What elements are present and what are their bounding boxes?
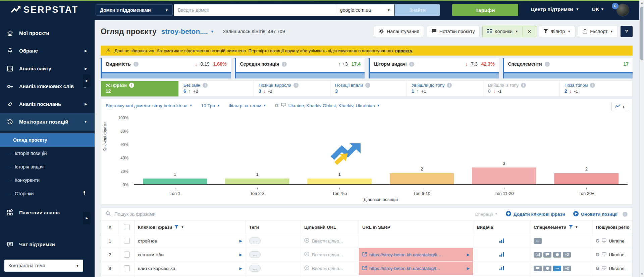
search-engine-dropdown[interactable]: google.com.ua ▼	[336, 4, 394, 16]
scroll-up-arrow[interactable]: ▲	[640, 1, 644, 4]
sidebar-subitem-pages[interactable]: · Сторінки	[0, 187, 95, 200]
plans-button[interactable]: Тарифи	[452, 4, 518, 16]
image-element-chip[interactable]	[534, 252, 542, 258]
scroll-down-arrow[interactable]: ▼	[640, 273, 644, 276]
tab-no-changes[interactable]: Без змінi 6↑+2	[179, 81, 254, 96]
chevron-down-icon[interactable]: ▼	[211, 29, 214, 33]
target-url-placeholder[interactable]: Ввести цільо...	[304, 238, 343, 244]
filter-button[interactable]: Фільтр ▼	[539, 26, 575, 37]
vertical-scrollbar[interactable]: ▲ ▼	[639, 0, 644, 277]
plus-2-badge[interactable]: +2	[563, 266, 571, 271]
scrollbar-thumb[interactable]	[640, 7, 643, 60]
region-dropdown[interactable]: Ukraine, Kharkiv Oblast, Kharkiv, Ukrain…	[288, 103, 380, 108]
chevron-down-icon[interactable]: ▼	[181, 225, 184, 229]
tab-all-phrases[interactable]: Усі фразиi 12	[101, 81, 179, 96]
tab-positions-down[interactable]: Позиції впалиi 3	[330, 81, 407, 96]
find-button[interactable]: Знайти	[395, 4, 440, 16]
target-url-placeholder[interactable]: Ввести цільо...	[304, 252, 343, 258]
sidebar-item-link-analysis[interactable]: Аналіз посилань ▶	[0, 95, 95, 113]
sidebar-subitem-project-overview[interactable]: Огляд проєкту	[0, 133, 95, 147]
serp-url-link[interactable]: https://stroy-beton.kh.ua/catalog/t...	[369, 266, 440, 271]
sidebar-subitem-competitors[interactable]: · Конкуренти	[0, 174, 95, 187]
sidebar-subitem-serp-history[interactable]: · Історія видачі	[0, 160, 95, 174]
serp-url-link[interactable]: https://stroy-beton.kh.ua/catalog/k...	[369, 252, 441, 257]
row-checkbox[interactable]	[124, 238, 130, 244]
tab-entered-top[interactable]: Увійшли до топуi 1↑+1	[407, 81, 483, 96]
comment-element-chip[interactable]	[543, 252, 551, 258]
tracked-domains-dropdown[interactable]: Відстежувані домени: stroy-beton.kh.ua ▼	[106, 103, 193, 108]
sidebar-collapse-handle-2[interactable]: ▶	[83, 212, 91, 224]
target-url-placeholder[interactable]: Ввести цільо...	[304, 265, 343, 271]
metric-card-avg-position[interactable]: Середня позиція i ↑ +3 17.4	[235, 58, 365, 78]
external-link-icon[interactable]	[362, 252, 367, 258]
help-button[interactable]: ?	[621, 26, 633, 37]
comment-element-chip[interactable]	[534, 266, 542, 271]
expand-phrase-icon[interactable]: ▶	[239, 266, 242, 271]
shield-element-chip[interactable]	[543, 266, 551, 271]
info-icon[interactable]: i	[545, 62, 550, 67]
pin-icon[interactable]	[82, 191, 87, 197]
tab-left-top[interactable]: Вийшли із топуi 0↓-1	[483, 81, 560, 96]
sidebar-item-batch-analysis[interactable]: Пакетний аналіз ▶	[0, 204, 95, 221]
more-elements-chip[interactable]: ⋯	[534, 238, 542, 244]
tab-positions-up[interactable]: Позиції вирослиi 3↓-2	[254, 81, 330, 96]
theme-select[interactable]: Контрастна тема ▼	[4, 260, 83, 272]
columns-button[interactable]: Колонки ▼	[482, 26, 523, 37]
serp-cell[interactable]	[473, 248, 530, 261]
sidebar-subitem-position-history[interactable]: · Історія позицій	[0, 147, 95, 160]
region-cell[interactable]: G Ukraine,	[592, 234, 632, 248]
funnel-icon[interactable]	[569, 225, 573, 230]
chevron-down-icon[interactable]: ▼	[575, 225, 578, 229]
project-settings-link[interactable]: проєкту	[395, 48, 412, 53]
phrase-search-input[interactable]	[114, 211, 256, 217]
project-notes-button[interactable]: Нотатки проєкту	[427, 26, 480, 37]
external-link-icon[interactable]	[362, 266, 367, 271]
close-columns-button[interactable]: ✕	[523, 26, 536, 37]
row-checkbox[interactable]	[124, 265, 130, 271]
sidebar-item-support-chat[interactable]: Чат підтримки	[0, 235, 95, 253]
domain-search-input[interactable]	[174, 4, 336, 16]
tab-out-of-top[interactable]: Поза топомi 2↓-1	[560, 81, 632, 96]
sidebar-item-keyword-analysis[interactable]: Аналіз ключових слів ▶	[0, 77, 95, 95]
metric-card-visibility[interactable]: Видимість i ↓ -0.19 1.66%	[101, 58, 231, 78]
metric-card-special-elements[interactable]: Спецелементи i 17	[503, 58, 633, 78]
tags-more-pill[interactable]: ...	[249, 265, 261, 272]
chart-collapse-toggle[interactable]: ▲	[611, 102, 628, 111]
operations-dropdown[interactable]: Операції ▼	[475, 212, 498, 217]
support-center-menu[interactable]: Центр підтримки ▼	[531, 6, 579, 12]
info-icon[interactable]: i	[133, 62, 139, 67]
row-checkbox[interactable]	[124, 252, 130, 258]
info-icon[interactable]: i	[282, 62, 287, 67]
export-button[interactable]: Експорт ▼	[578, 26, 618, 37]
tags-more-pill[interactable]: ...	[249, 251, 261, 258]
expand-phrase-icon[interactable]: ▶	[239, 239, 242, 243]
sidebar-item-site-analysis[interactable]: Аналіз сайту ▶	[0, 60, 95, 77]
info-icon[interactable]: i	[409, 62, 414, 67]
expand-url-icon[interactable]: ▶	[467, 266, 470, 271]
sidebar-item-favorites[interactable]: Обране ▶	[0, 42, 95, 60]
date-dropdown[interactable]: 10 Тра ▼	[201, 103, 220, 108]
select-all-checkbox[interactable]	[124, 224, 130, 230]
funnel-icon[interactable]	[174, 225, 178, 230]
plus-2-badge[interactable]: +2	[563, 252, 571, 258]
metric-card-serp-storm[interactable]: Шторм видачі i ↓ -7.3 42.3%	[369, 58, 499, 78]
domain-type-dropdown[interactable]: Домен з піддоменами ▼	[96, 4, 173, 16]
shield-element-chip[interactable]	[553, 252, 561, 258]
tags-more-pill[interactable]: ...	[249, 237, 261, 244]
language-menu[interactable]: UK ▼	[592, 6, 604, 12]
sidebar-item-my-projects[interactable]: Мої проєкти	[0, 24, 95, 42]
refresh-positions-button[interactable]: Оновити позиції i	[573, 211, 628, 217]
serpstat-logo[interactable]: SERPSTAT	[11, 5, 78, 15]
region-cell[interactable]: G Ukraine,	[592, 248, 632, 261]
notification-badge[interactable]: 6	[612, 3, 619, 9]
sidebar-collapse-handle[interactable]: ▶	[83, 74, 91, 87]
add-phrases-button[interactable]: Додати ключові фрази	[506, 211, 565, 217]
serp-cell[interactable]	[473, 262, 530, 275]
expand-phrase-icon[interactable]: ▶	[239, 253, 242, 257]
expand-url-icon[interactable]: ▶	[467, 253, 470, 257]
project-selector[interactable]: stroy-beton....	[161, 27, 208, 36]
sidebar-item-rank-tracking[interactable]: Моніторинг позицій ▼	[0, 113, 95, 131]
more-elements-chip[interactable]: ⋯	[553, 266, 561, 271]
serp-cell[interactable]	[473, 234, 530, 248]
region-cell[interactable]: G Ukraine,	[592, 262, 632, 275]
